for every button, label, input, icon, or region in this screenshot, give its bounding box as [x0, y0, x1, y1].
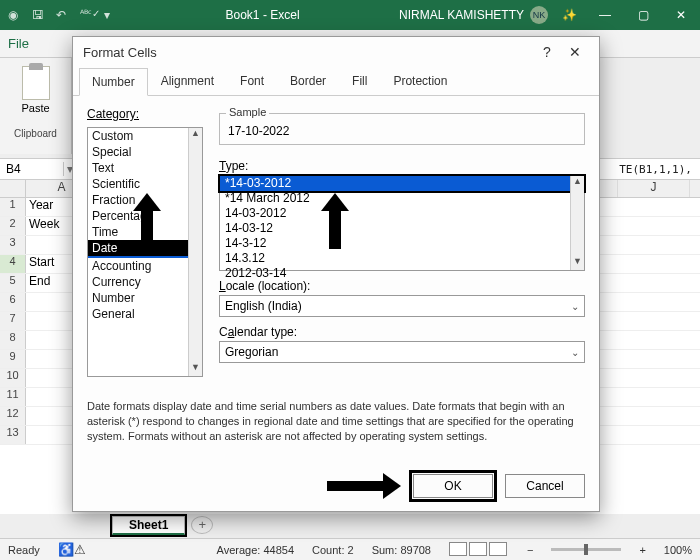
- tab-number[interactable]: Number: [79, 68, 148, 96]
- zoom-out-button[interactable]: −: [527, 544, 533, 556]
- status-bar: Ready ♿⚠ Average: 44854 Count: 2 Sum: 89…: [0, 538, 700, 560]
- locale-combobox[interactable]: English (India) ⌄: [219, 295, 585, 317]
- ok-button[interactable]: OK: [413, 474, 493, 498]
- zoom-level[interactable]: 100%: [664, 544, 692, 556]
- paste-label[interactable]: Paste: [21, 102, 49, 114]
- calendar-combobox[interactable]: Gregorian ⌄: [219, 341, 585, 363]
- sample-value: 17-10-2022: [228, 124, 289, 138]
- row-header[interactable]: 5: [0, 274, 26, 292]
- tab-border[interactable]: Border: [277, 67, 339, 95]
- dialog-titlebar: Format Cells ? ✕: [73, 37, 599, 67]
- row-header[interactable]: 7: [0, 312, 26, 330]
- calendar-value: Gregorian: [225, 345, 278, 359]
- row-header[interactable]: 10: [0, 369, 26, 387]
- sample-groupbox: Sample 17-10-2022: [219, 113, 585, 145]
- row-header[interactable]: 4: [0, 255, 26, 273]
- row-header[interactable]: 2: [0, 217, 26, 235]
- new-sheet-button[interactable]: +: [191, 516, 213, 534]
- qat: ◉ 🖫 ↶ ᴬᴮᶜ✓ ▾: [0, 8, 126, 22]
- maximize-button[interactable]: ▢: [624, 0, 662, 30]
- annotation-arrow-category: [133, 193, 161, 249]
- status-average: Average: 44854: [217, 544, 294, 556]
- category-item[interactable]: Currency: [88, 274, 202, 290]
- type-scrollbar[interactable]: ▲ ▼: [570, 176, 584, 270]
- formula-fragment[interactable]: TE(B1,1,1),: [619, 163, 700, 176]
- row-header[interactable]: 3: [0, 236, 26, 254]
- type-item[interactable]: *14-03-2012: [220, 176, 584, 191]
- cancel-button[interactable]: Cancel: [505, 474, 585, 498]
- category-item[interactable]: Number: [88, 290, 202, 306]
- locale-value: English (India): [225, 299, 302, 313]
- undo-icon[interactable]: ↶: [56, 8, 70, 22]
- type-item[interactable]: 14-03-2012: [220, 206, 584, 221]
- row-header[interactable]: 13: [0, 426, 26, 444]
- type-item[interactable]: *14 March 2012: [220, 191, 584, 206]
- sample-label: Sample: [226, 106, 269, 118]
- acc-icon[interactable]: ♿⚠: [58, 542, 86, 557]
- row-header[interactable]: 8: [0, 331, 26, 349]
- autosave-icon[interactable]: ◉: [8, 8, 22, 22]
- qat-dropdown-icon[interactable]: ▾: [104, 8, 118, 22]
- dialog-help-button[interactable]: ?: [533, 44, 561, 60]
- type-label: Type:: [219, 159, 248, 173]
- category-item[interactable]: General: [88, 306, 202, 322]
- tab-alignment[interactable]: Alignment: [148, 67, 227, 95]
- user-name: NIRMAL KAMISHETTY: [399, 8, 524, 22]
- annotation-arrow-type: [321, 193, 349, 249]
- category-item[interactable]: Special: [88, 144, 202, 160]
- tab-protection[interactable]: Protection: [380, 67, 460, 95]
- sheet-tab-strip: Sheet1 +: [112, 514, 213, 536]
- annotation-arrow-ok: [327, 473, 401, 499]
- file-tab[interactable]: File: [8, 36, 29, 51]
- minimize-button[interactable]: —: [586, 0, 624, 30]
- category-item[interactable]: Scientific: [88, 176, 202, 192]
- clipboard-group: Paste Clipboard: [0, 58, 72, 154]
- type-item[interactable]: 14-3-12: [220, 236, 584, 251]
- excel-titlebar: ◉ 🖫 ↶ ᴬᴮᶜ✓ ▾ Book1 - Excel NIRMAL KAMISH…: [0, 0, 700, 30]
- view-buttons[interactable]: [449, 542, 509, 558]
- row-header[interactable]: 11: [0, 388, 26, 406]
- spellcheck-icon[interactable]: ᴬᴮᶜ✓: [80, 8, 94, 22]
- format-description: Date formats display date and time seria…: [87, 399, 585, 444]
- name-box[interactable]: B4: [0, 162, 64, 176]
- row-header[interactable]: 12: [0, 407, 26, 425]
- zoom-in-button[interactable]: +: [639, 544, 645, 556]
- tab-fill[interactable]: Fill: [339, 67, 380, 95]
- sheet-tab-active[interactable]: Sheet1: [112, 516, 185, 535]
- category-item[interactable]: Text: [88, 160, 202, 176]
- magic-icon[interactable]: ✨: [562, 8, 576, 22]
- save-icon[interactable]: 🖫: [32, 8, 46, 22]
- calendar-type-label: Calendar type:: [219, 325, 297, 339]
- scroll-up-icon[interactable]: ▲: [571, 176, 584, 190]
- type-listbox[interactable]: *14-03-2012*14 March 201214-03-201214-03…: [219, 175, 585, 271]
- row-header[interactable]: 1: [0, 198, 26, 216]
- dialog-tabstrip: Number Alignment Font Border Fill Protec…: [73, 67, 599, 96]
- status-state: Ready: [8, 544, 40, 556]
- close-button[interactable]: ✕: [662, 0, 700, 30]
- window-controls: — ▢ ✕: [586, 0, 700, 30]
- type-item[interactable]: 14-03-12: [220, 221, 584, 236]
- chevron-down-icon[interactable]: ⌄: [571, 347, 579, 358]
- row-header[interactable]: 9: [0, 350, 26, 368]
- category-listbox[interactable]: CustomSpecialTextScientificFractionPerce…: [87, 127, 203, 377]
- scroll-down-icon[interactable]: ▼: [189, 362, 202, 376]
- scroll-up-icon[interactable]: ▲: [189, 128, 202, 142]
- dialog-close-button[interactable]: ✕: [561, 44, 589, 60]
- zoom-slider[interactable]: [551, 548, 621, 551]
- type-item[interactable]: 14.3.12: [220, 251, 584, 266]
- col-header[interactable]: J: [618, 180, 690, 197]
- user-avatar[interactable]: NK: [530, 6, 548, 24]
- category-scrollbar[interactable]: ▲ ▼: [188, 128, 202, 376]
- account-area[interactable]: NIRMAL KAMISHETTY NK: [399, 6, 552, 24]
- scroll-down-icon[interactable]: ▼: [571, 256, 584, 270]
- format-cells-dialog: Format Cells ? ✕ Number Alignment Font B…: [72, 36, 600, 512]
- select-all-triangle[interactable]: [0, 180, 26, 197]
- row-header[interactable]: 6: [0, 293, 26, 311]
- tab-font[interactable]: Font: [227, 67, 277, 95]
- category-item[interactable]: Accounting: [88, 258, 202, 274]
- paste-icon[interactable]: [22, 66, 50, 100]
- chevron-down-icon[interactable]: ⌄: [571, 301, 579, 312]
- category-item[interactable]: Custom: [88, 128, 202, 144]
- doc-title: Book1 - Excel: [226, 8, 300, 22]
- status-sum: Sum: 89708: [372, 544, 431, 556]
